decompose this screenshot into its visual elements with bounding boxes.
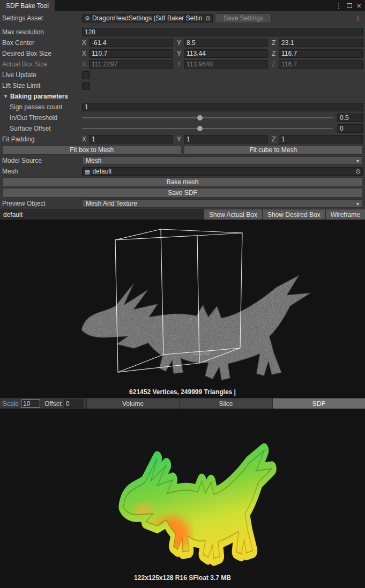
object-picker-icon[interactable]: ⊙	[205, 14, 211, 22]
model-source-dropdown[interactable]: Mesh ▾	[82, 156, 363, 165]
surface-offset-input[interactable]	[337, 124, 363, 133]
window-controls: ⋮ ×	[336, 0, 365, 11]
baking-parameters-foldout[interactable]: ▼ Baking parameters	[0, 91, 365, 102]
mesh-preview-render	[0, 220, 365, 398]
slider-thumb[interactable]	[197, 115, 203, 120]
lift-size-limit-row: Lift Size Limit	[0, 80, 365, 91]
preview-header: default Show Actual Box Show Desired Box…	[0, 209, 365, 220]
settings-asset-field[interactable]: ⚙ DragonHeadSettings (Sdf Baker Settin ⊙	[82, 14, 213, 22]
save-sdf-button[interactable]: Save SDF	[2, 188, 363, 198]
maximize-icon[interactable]	[347, 3, 352, 9]
tab-sdf-bake-tool[interactable]: SDF Bake Tool	[0, 0, 55, 11]
preview-object-label: Preview Object	[2, 200, 82, 207]
close-icon[interactable]: ×	[357, 2, 361, 10]
fit-padding-row: Fit Padding X Y Z	[0, 134, 365, 145]
chevron-down-icon: ▾	[356, 158, 359, 164]
slider-track	[82, 117, 333, 118]
fit-cube-to-mesh-button[interactable]: Fit cube to Mesh	[184, 145, 363, 155]
preview-object-name: default	[0, 209, 23, 220]
fit-box-to-mesh-button[interactable]: Fit box to Mesh	[2, 145, 182, 155]
tab-slice[interactable]: Slice	[179, 398, 272, 409]
tab-volume[interactable]: Volume	[86, 398, 179, 409]
live-update-row: Live Update	[0, 70, 365, 80]
baking-parameters-label: Baking parameters	[10, 93, 68, 100]
in-out-threshold-row: In/Out Threshold	[0, 112, 365, 123]
desired-box-size-y-input[interactable]	[184, 49, 268, 58]
sdf-stats-caption: 122x125x128 R16 SFloat 3.7 MB	[0, 574, 365, 582]
x-axis-label: X	[82, 50, 87, 57]
panel-menu-icon[interactable]: ⋮	[353, 14, 363, 22]
mesh-label: Mesh	[2, 168, 82, 175]
y-axis-label: Y	[177, 135, 182, 143]
sign-passes-count-row: Sign passes count	[0, 102, 365, 112]
surface-offset-slider[interactable]	[82, 124, 333, 133]
offset-label: Offset	[40, 400, 64, 408]
x-axis-label: X	[82, 135, 87, 143]
y-axis-label: Y	[177, 50, 182, 57]
titlebar: SDF Bake Tool ⋮ ×	[0, 0, 365, 11]
box-center-y-input[interactable]	[184, 39, 268, 47]
lift-size-limit-checkbox[interactable]	[82, 82, 90, 90]
model-source-row: Model Source Mesh ▾	[0, 155, 365, 166]
box-center-row: Box Center X Y Z	[0, 37, 365, 48]
in-out-threshold-label: In/Out Threshold	[2, 114, 82, 122]
view-mode-tabs: Volume Slice SDF	[86, 398, 365, 409]
actual-box-size-z-input	[279, 60, 363, 69]
fit-padding-label: Fit Padding	[2, 135, 82, 143]
max-resolution-row: Max resolution	[0, 27, 365, 37]
show-desired-box-button[interactable]: Show Desired Box	[262, 209, 325, 220]
mesh-stats-caption: 621452 Vertices, 249999 Triangles |	[0, 388, 365, 396]
surface-offset-label: Surface Offset	[2, 125, 82, 132]
live-update-label: Live Update	[2, 71, 82, 79]
desired-box-size-row: Desired Box Size X Y Z	[0, 48, 365, 59]
scale-input[interactable]	[21, 399, 40, 408]
max-resolution-input[interactable]	[82, 28, 363, 36]
save-settings-button[interactable]: Save Settings	[215, 13, 272, 23]
tab-sdf[interactable]: SDF	[272, 398, 365, 409]
mesh-row: Mesh ▦ default ⊙	[0, 166, 365, 177]
actual-box-size-row: Actual Box Size X Y Z	[0, 59, 365, 70]
z-axis-label: Z	[272, 61, 277, 68]
save-sdf-row: Save SDF	[0, 187, 365, 198]
mesh-field[interactable]: ▦ default ⊙	[82, 167, 363, 176]
live-update-checkbox[interactable]	[82, 71, 90, 79]
wireframe-button[interactable]: Wireframe	[325, 209, 365, 220]
actual-box-size-y-input	[184, 60, 268, 69]
sign-passes-count-input[interactable]	[82, 103, 363, 111]
slider-thumb[interactable]	[197, 126, 203, 131]
object-picker-icon[interactable]: ⊙	[355, 168, 361, 175]
max-resolution-label: Max resolution	[2, 28, 82, 36]
mesh-preview-viewport[interactable]: 621452 Vertices, 249999 Triangles |	[0, 220, 365, 398]
settings-asset-value: DragonHeadSettings (Sdf Baker Settin	[92, 14, 202, 22]
preview-object-row: Preview Object Mesh And Texture ▾	[0, 198, 365, 209]
fit-padding-z-input[interactable]	[279, 135, 363, 144]
x-axis-label: X	[82, 61, 87, 68]
offset-input[interactable]	[64, 399, 83, 408]
desired-box-size-z-input[interactable]	[279, 49, 363, 58]
in-out-threshold-input[interactable]	[337, 114, 363, 122]
lift-size-limit-label: Lift Size Limit	[2, 82, 82, 89]
sdf-preview-viewport[interactable]: 122x125x128 R16 SFloat 3.7 MB	[0, 409, 365, 588]
actual-box-size-x-input	[89, 60, 173, 69]
preview-object-value: Mesh And Texture	[86, 200, 137, 207]
settings-asset-row: Settings Asset ⚙ DragonHeadSettings (Sdf…	[0, 13, 365, 24]
box-center-x-input[interactable]	[89, 39, 173, 47]
scriptable-object-icon: ⚙	[85, 16, 90, 21]
fit-padding-y-input[interactable]	[184, 135, 268, 144]
desired-box-size-x-input[interactable]	[89, 49, 173, 58]
box-center-z-input[interactable]	[279, 39, 363, 47]
scale-label: Scale	[0, 400, 21, 408]
bake-mesh-button[interactable]: Bake mesh	[2, 177, 363, 187]
inspector-panel: Settings Asset ⚙ DragonHeadSettings (Sdf…	[0, 11, 365, 209]
fit-padding-x-input[interactable]	[89, 135, 173, 144]
model-source-label: Model Source	[2, 157, 82, 164]
viewer-bar: Scale Offset Volume Slice SDF	[0, 398, 365, 409]
window-menu-icon[interactable]: ⋮	[336, 3, 342, 9]
x-axis-label: X	[82, 39, 87, 47]
preview-object-dropdown[interactable]: Mesh And Texture ▾	[82, 199, 363, 208]
tab-title: SDF Bake Tool	[6, 2, 49, 10]
mesh-value: default	[92, 168, 111, 175]
show-actual-box-button[interactable]: Show Actual Box	[204, 209, 262, 220]
in-out-threshold-slider[interactable]	[82, 114, 333, 122]
actual-box-size-label: Actual Box Size	[2, 61, 82, 68]
